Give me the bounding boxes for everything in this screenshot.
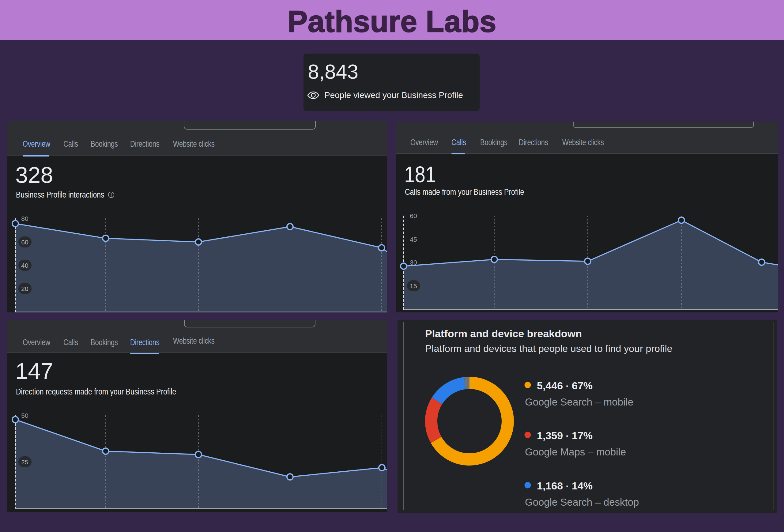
svg-text:80: 80 bbox=[21, 215, 28, 222]
svg-text:20: 20 bbox=[21, 285, 28, 292]
svg-text:45: 45 bbox=[410, 236, 417, 243]
svg-text:30: 30 bbox=[410, 259, 417, 266]
svg-text:25: 25 bbox=[21, 458, 28, 466]
svg-text:40: 40 bbox=[21, 262, 28, 269]
svg-text:60: 60 bbox=[21, 239, 28, 246]
svg-text:15: 15 bbox=[410, 282, 417, 289]
svg-text:60: 60 bbox=[410, 212, 417, 219]
svg-text:50: 50 bbox=[21, 412, 28, 419]
